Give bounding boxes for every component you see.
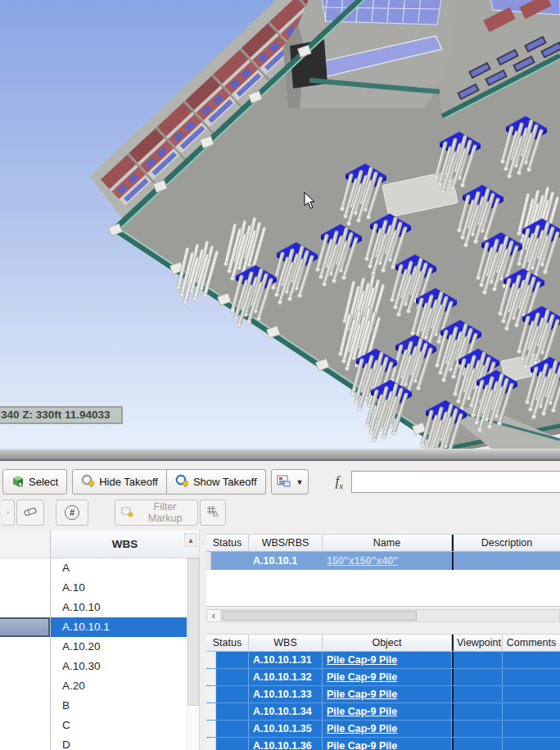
wbs-cell: A.10.10.1.32 (249, 669, 323, 685)
wbs-item[interactable]: A.10.10.1 (51, 617, 187, 637)
takeoff-items-table: StatusWBS/RBSNameDescription A.10.10.115… (206, 534, 560, 607)
markup-pen-button[interactable] (2, 499, 15, 526)
panel-splitter[interactable] (200, 531, 206, 750)
status-cell (216, 738, 249, 750)
eraser-button[interactable] (16, 499, 44, 526)
wbs-rbs-cell: A.10.10.1 (249, 555, 323, 567)
object-row[interactable]: A.10.10.1.31Pile Cap-9 Pile (206, 652, 560, 669)
row-selector[interactable] (206, 686, 216, 703)
takeoff-view-dropdown[interactable]: ▼ (271, 469, 309, 495)
markup-grid-button[interactable] (200, 499, 226, 526)
column-header[interactable]: Description (452, 535, 560, 551)
column-header[interactable]: Name (323, 535, 452, 551)
row-selector[interactable] (206, 721, 216, 737)
fx-label: fx (335, 473, 343, 490)
column-header[interactable]: Status (206, 535, 249, 551)
select-button[interactable]: Select (2, 469, 67, 495)
filter-markup-button[interactable]: Filter Markup (115, 499, 198, 526)
object-link[interactable]: Pile Cap-9 Pile (327, 689, 397, 700)
wbs-cell: A.10.10.1.33 (249, 686, 323, 703)
hscroll-thumb[interactable] (222, 611, 417, 621)
hscroll-left-button[interactable]: ‹ (207, 610, 221, 621)
object-row[interactable]: A.10.10.1.32Pile Cap-9 Pile (206, 669, 560, 686)
3d-model-scene (0, 0, 560, 449)
show-takeoff-icon (175, 474, 189, 490)
hash-circle-icon: # (65, 505, 79, 520)
row-selector[interactable] (206, 738, 216, 750)
column-header[interactable]: WBS/RBS (249, 535, 323, 551)
wbs-item[interactable]: A.10.20 (51, 637, 187, 657)
status-cell (216, 686, 249, 703)
object-link[interactable]: Pile Cap-9 Pile (327, 654, 397, 666)
select-cube-icon (11, 474, 25, 490)
report-icon (277, 474, 291, 490)
object-row[interactable]: A.10.10.1.34Pile Cap-9 Pile (206, 703, 560, 721)
object-link[interactable]: Pile Cap-9 Pile (327, 740, 397, 750)
object-link[interactable]: Pile Cap-9 Pile (327, 706, 397, 717)
comments-cell (503, 738, 560, 750)
object-row[interactable]: A.10.10.1.35Pile Cap-9 Pile (206, 721, 560, 738)
wbs-item[interactable]: A (51, 558, 187, 578)
formula-input[interactable] (351, 471, 560, 493)
takeoff-name-link[interactable]: 150"x150"x40" (327, 555, 398, 567)
wbs-item[interactable]: C (51, 716, 187, 735)
grid-flask-icon (206, 505, 219, 520)
show-takeoff-label: Show Takeoff (193, 476, 257, 488)
wbs-item[interactable]: A.10.30 (51, 657, 187, 676)
takeoff-table-empty-area[interactable] (206, 570, 560, 606)
panel-separator[interactable] (0, 449, 560, 461)
wbs-item[interactable]: D (51, 735, 187, 750)
wbs-cell: A.10.10.1.34 (249, 703, 323, 720)
3d-viewport[interactable]: 340 Z: 330ft 11.94033 (0, 0, 560, 449)
object-link[interactable]: Pile Cap-9 Pile (327, 671, 397, 683)
viewpoint-cell (452, 703, 503, 720)
filter-markup-icon (120, 506, 133, 520)
status-cell (216, 721, 249, 737)
wbs-scrollbar-thumb[interactable] (187, 558, 199, 706)
wbs-column-header[interactable]: WBS ▲ (51, 531, 199, 558)
row-selector[interactable] (206, 703, 216, 720)
left-list-selected-row[interactable] (0, 617, 50, 637)
dropdown-caret: ▼ (296, 478, 304, 486)
row-selector[interactable] (206, 669, 216, 685)
count-button[interactable]: # (56, 499, 88, 526)
application-window: 340 Z: 330ft 11.94033 Select (0, 0, 560, 750)
coordinate-readout: 340 Z: 330ft 11.94033 (0, 406, 123, 424)
wbs-item[interactable]: A.20 (51, 676, 187, 696)
takeoff-objects-table: StatusWBSObjectViewpointComments A.10.10… (206, 634, 560, 750)
comments-cell (503, 652, 560, 668)
column-header[interactable]: Object (323, 635, 452, 651)
wbs-cell: A.10.10.1.35 (249, 721, 323, 737)
left-list-header (0, 531, 50, 558)
filter-markup-label: Filter Markup (138, 501, 192, 524)
wbs-item[interactable]: A.10.10 (51, 598, 187, 617)
object-row[interactable]: A.10.10.1.33Pile Cap-9 Pile (206, 686, 560, 703)
wbs-list: AA.10A.10.10A.10.10.1A.10.20A.10.30A.20B… (51, 558, 187, 750)
left-list-panel[interactable] (0, 531, 51, 750)
column-header[interactable]: Status (206, 635, 249, 651)
viewpoint-cell (452, 669, 503, 685)
wbs-scroll-up-button[interactable]: ▲ (184, 533, 197, 547)
column-header[interactable]: Comments (503, 635, 560, 651)
wbs-cell: A.10.10.1.36 (249, 738, 323, 750)
row-selector[interactable] (206, 652, 216, 668)
hide-takeoff-button[interactable]: Hide Takeoff (72, 469, 167, 495)
wbs-item[interactable]: B (51, 696, 187, 716)
row-selector[interactable] (206, 552, 211, 570)
column-header[interactable]: Viewpoint (452, 635, 503, 651)
takeoff-hscrollbar[interactable]: ‹ (206, 609, 560, 622)
takeoff-toolbar: Select Hide Takeoff (0, 461, 560, 531)
viewpoint-cell (452, 652, 503, 668)
object-link[interactable]: Pile Cap-9 Pile (327, 723, 397, 734)
wbs-scrollbar[interactable] (187, 558, 199, 750)
hide-takeoff-icon (81, 474, 95, 490)
wbs-item[interactable]: A.10 (51, 578, 187, 598)
show-takeoff-button[interactable]: Show Takeoff (167, 469, 266, 495)
comments-cell (503, 703, 560, 720)
select-label: Select (29, 476, 58, 488)
takeoff-row[interactable]: A.10.10.1150"x150"x40" (206, 552, 560, 570)
column-header[interactable]: WBS (249, 635, 323, 651)
object-row[interactable]: A.10.10.1.36Pile Cap-9 Pile (206, 738, 560, 750)
takeoff-panels: WBS ▲ AA.10A.10.10A.10.10.1A.10.20A.10.3… (0, 531, 560, 750)
status-cell (216, 652, 249, 668)
